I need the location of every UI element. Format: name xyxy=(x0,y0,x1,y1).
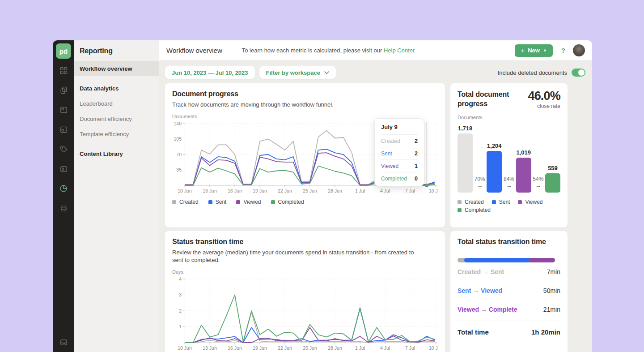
total-time-row: Total time 1h 20min xyxy=(458,321,560,343)
funnel-bar-sent[interactable]: 1,204 xyxy=(487,142,502,193)
total-status-transition-card: Total status transition time Created → S… xyxy=(450,231,568,352)
svg-text:105: 105 xyxy=(174,136,182,142)
svg-text:13 Jun: 13 Jun xyxy=(203,188,217,193)
card-subtitle: Track how documents are moving through t… xyxy=(172,101,438,108)
contacts-icon[interactable] xyxy=(59,164,68,173)
svg-text:7 Jul: 7 Jul xyxy=(405,188,415,193)
transition-row: Sent → Viewed 50min xyxy=(458,281,560,300)
nav-title: Reporting xyxy=(74,40,159,61)
reporting-nav: Reporting Workflow overview Data analyti… xyxy=(74,40,159,352)
new-button[interactable]: + New ▼ xyxy=(515,44,552,57)
legend-item-created[interactable]: Created xyxy=(172,199,199,205)
page-title: Workflow overview xyxy=(166,47,222,54)
svg-text:19 Jun: 19 Jun xyxy=(253,345,267,351)
card-title: Status transition time xyxy=(172,237,438,246)
avatar[interactable] xyxy=(573,44,585,56)
inbox-tray-icon[interactable] xyxy=(59,338,68,347)
svg-text:1: 1 xyxy=(179,324,182,329)
date-range-picker[interactable]: Jun 10, 2023 — Jul 10, 2023 xyxy=(165,66,255,79)
card-title: Total status transition time xyxy=(458,237,560,246)
svg-text:7 Jul: 7 Jul xyxy=(405,345,415,351)
svg-text:4 Jul: 4 Jul xyxy=(380,345,390,351)
svg-text:19 Jun: 19 Jun xyxy=(253,188,267,193)
toggle-label: Include deleted documents xyxy=(498,69,567,76)
funnel-bar-completed[interactable]: 559 xyxy=(545,165,560,193)
legend-item-completed[interactable]: Completed xyxy=(458,207,491,213)
nav-item-workflow-overview[interactable]: Workflow overview xyxy=(74,61,159,76)
svg-text:28 Jun: 28 Jun xyxy=(328,188,342,193)
chart-legend: CreatedSentViewedCompleted xyxy=(172,199,438,205)
card-subtitle: Review the average (median) time your do… xyxy=(172,249,425,264)
legend-item-viewed[interactable]: Viewed xyxy=(518,199,542,205)
card-title: Document progress xyxy=(172,90,438,99)
nav-item-content-library[interactable]: Content Library xyxy=(74,146,159,161)
status-transition-chart[interactable]: 123410 Jun13 Jun16 Jun19 Jun22 Jun25 Jun… xyxy=(172,275,438,352)
status-transition-card: Status transition time Review the averag… xyxy=(165,231,445,352)
svg-text:28 Jun: 28 Jun xyxy=(328,345,342,351)
nav-item-data-analytics[interactable]: Data analytics xyxy=(74,81,159,96)
svg-text:70: 70 xyxy=(176,152,182,157)
arrow-right-icon: → xyxy=(477,182,483,189)
svg-text:2: 2 xyxy=(179,308,182,313)
svg-text:25 Jun: 25 Jun xyxy=(303,188,317,193)
legend-item-viewed[interactable]: Viewed xyxy=(236,199,261,205)
arrow-right-icon: → xyxy=(506,182,512,189)
forms-icon[interactable] xyxy=(59,125,68,134)
plus-icon: + xyxy=(521,47,525,54)
svg-text:10 Jun: 10 Jun xyxy=(178,345,192,351)
chart-tooltip: July 9 Created2 Sent2 Viewed1 Completed0 xyxy=(374,118,424,186)
funnel-conversion: 54%→ xyxy=(532,176,544,189)
catalog-icon[interactable] xyxy=(59,204,68,213)
legend-item-created[interactable]: Created xyxy=(458,199,484,205)
svg-text:25 Jun: 25 Jun xyxy=(303,345,317,351)
svg-text:3: 3 xyxy=(179,292,182,297)
transition-progress-bar xyxy=(458,258,560,262)
nav-item-document-efficiency[interactable]: Document efficiency xyxy=(74,111,159,126)
pandadoc-logo[interactable]: pd xyxy=(56,43,71,59)
transition-row: Created → Sent 7min xyxy=(458,262,560,281)
documents-icon[interactable] xyxy=(59,86,68,94)
reporting-icon[interactable] xyxy=(59,184,68,193)
include-deleted-toggle[interactable] xyxy=(572,69,585,77)
tooltip-date: July 9 xyxy=(381,124,418,134)
svg-text:4: 4 xyxy=(179,276,182,282)
main-area: Workflow overview To learn how each metr… xyxy=(159,40,592,352)
svg-text:4 Jul: 4 Jul xyxy=(380,188,390,193)
svg-text:10 Jul: 10 Jul xyxy=(429,188,438,193)
y-axis-label: Days xyxy=(172,269,438,275)
nav-item-leaderboard[interactable]: Leaderboard xyxy=(74,96,159,111)
close-rate-value: 46.0% xyxy=(528,90,560,102)
help-icon[interactable]: ? xyxy=(561,47,565,54)
svg-text:35: 35 xyxy=(176,167,182,172)
topbar: Workflow overview To learn how each metr… xyxy=(159,40,592,61)
legend-item-sent[interactable]: Sent xyxy=(492,199,510,205)
help-center-link[interactable]: Help Center xyxy=(384,47,415,54)
templates-icon[interactable] xyxy=(59,105,68,114)
helper-text: To learn how each metric is calculated, … xyxy=(242,47,415,54)
svg-text:140: 140 xyxy=(174,121,182,126)
chevron-down-icon: ▼ xyxy=(543,48,547,53)
content: Jun 10, 2023 — Jul 10, 2023 Filter by wo… xyxy=(159,61,592,352)
workspace-filter[interactable]: Filter by workspace xyxy=(259,66,336,79)
funnel-conversion: 70%→ xyxy=(474,176,486,189)
icon-rail: pd xyxy=(53,40,74,352)
cards-grid: Document progress Track how documents ar… xyxy=(165,83,568,352)
svg-text:10 Jun: 10 Jun xyxy=(178,188,192,193)
svg-text:16 Jun: 16 Jun xyxy=(228,188,242,193)
svg-text:22 Jun: 22 Jun xyxy=(278,188,292,193)
svg-text:13 Jun: 13 Jun xyxy=(203,345,217,351)
funnel-bar-created[interactable]: 1,718 xyxy=(458,125,473,193)
funnel-bar-viewed[interactable]: 1,019 xyxy=(516,149,531,193)
document-progress-card: Document progress Track how documents ar… xyxy=(165,83,445,228)
funnel-conversion: 84%→ xyxy=(503,176,515,189)
close-rate-label: close rate xyxy=(528,103,560,109)
legend-item-completed[interactable]: Completed xyxy=(271,199,304,205)
svg-text:22 Jun: 22 Jun xyxy=(278,345,292,351)
tag-icon[interactable] xyxy=(59,145,68,154)
svg-text:16 Jun: 16 Jun xyxy=(228,345,242,351)
legend-item-sent[interactable]: Sent xyxy=(208,199,227,205)
nav-item-template-efficiency[interactable]: Template efficiency xyxy=(74,126,159,142)
arrow-right-icon: → xyxy=(535,182,541,189)
svg-text:10 Jul: 10 Jul xyxy=(429,345,438,351)
dashboard-icon[interactable] xyxy=(59,66,68,75)
